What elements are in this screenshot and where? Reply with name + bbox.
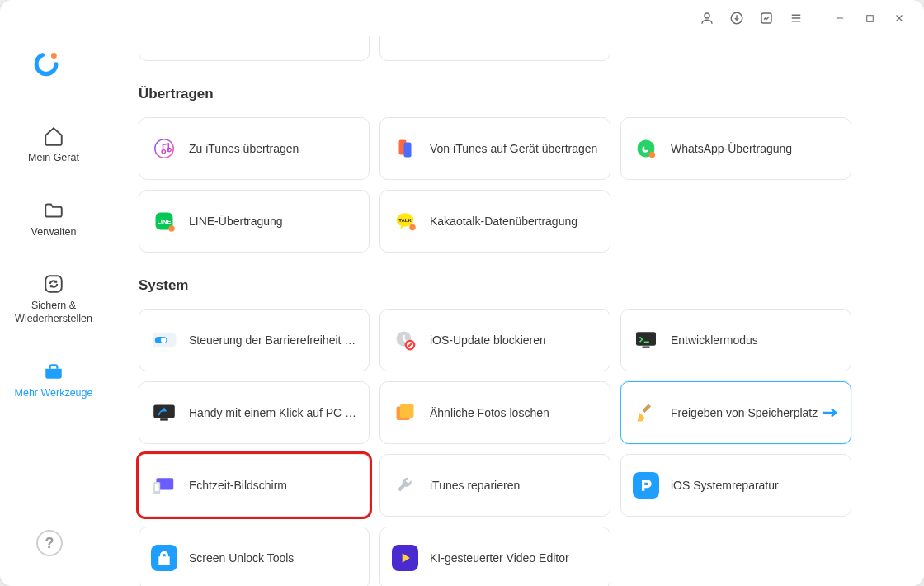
card-accessibility[interactable]: Steuerung der Barrierefreiheit von (139, 309, 370, 371)
partial-card[interactable] (139, 36, 370, 61)
user-icon[interactable] (694, 5, 720, 31)
card-label: Handy mit einem Klick auf PC spie (189, 406, 357, 419)
sidebar-item-label: Verwalten (31, 226, 77, 239)
card-cast[interactable]: Handy mit einem Klick auf PC spie (139, 381, 370, 444)
card-from-itunes[interactable]: Von iTunes auf Gerät übertragen (380, 117, 610, 180)
wrench-icon (392, 472, 418, 499)
video-icon (392, 545, 418, 571)
sidebar-item-device[interactable]: Mein Gerät (8, 117, 99, 173)
svg-point-17 (409, 224, 416, 231)
arrow-right-icon (821, 407, 839, 418)
sidebar-item-label: Mein Gerät (28, 152, 79, 165)
help-button[interactable]: ? (36, 530, 63, 556)
sidebar-item-label: Mehr Werkzeuge (15, 387, 93, 400)
card-label: iTunes reparieren (430, 479, 520, 492)
line-icon: LINE (151, 208, 177, 234)
help-label: ? (45, 535, 54, 552)
svg-point-0 (705, 13, 710, 18)
svg-rect-23 (636, 332, 656, 346)
close-button[interactable] (886, 5, 912, 31)
app-logo (26, 43, 66, 83)
folder-icon (43, 200, 64, 221)
card-label: iOS Systemreparatur (671, 479, 779, 492)
refresh-icon (43, 273, 64, 295)
toggle-icon (151, 327, 177, 353)
svg-point-14 (168, 225, 175, 232)
card-label: Echtzeit-Bildschirm (189, 479, 287, 492)
card-label: Screen Unlock Tools (189, 551, 294, 565)
card-system-repair[interactable]: iOS Systemreparatur (620, 454, 851, 517)
svg-rect-9 (404, 143, 412, 158)
card-ai-video[interactable]: KI-gesteuerter Video Editor (380, 527, 610, 586)
partial-row-top (139, 36, 891, 61)
minimize-button[interactable] (827, 5, 853, 31)
section-title-system: System (139, 277, 891, 294)
card-free-space[interactable]: Freigeben von Speicherplatz (620, 381, 851, 444)
svg-rect-26 (160, 418, 168, 420)
card-line[interactable]: LINE LINE-Übertragung (139, 190, 370, 253)
svg-rect-6 (45, 276, 62, 293)
partial-card[interactable] (380, 36, 610, 61)
repair-icon (633, 472, 659, 499)
svg-point-20 (161, 338, 166, 343)
download-icon[interactable] (724, 5, 750, 31)
svg-point-5 (51, 53, 57, 59)
music-icon (151, 135, 177, 162)
content-area: Übertragen Zu iTunes übertragen Von iTun… (99, 36, 924, 586)
card-label: Von iTunes auf Gerät übertragen (430, 142, 597, 155)
toolbox-icon (43, 361, 64, 382)
card-realtime-screen[interactable]: Echtzeit-Bildschirm (139, 454, 370, 517)
terminal-icon (633, 327, 659, 353)
sidebar: Mein Gerät Verwalten Sichern & Wiederher… (0, 36, 99, 586)
block-icon (392, 327, 418, 353)
card-to-itunes[interactable]: Zu iTunes übertragen (139, 117, 370, 180)
svg-text:TALK: TALK (398, 218, 412, 223)
card-label: Freigeben von Speicherplatz (671, 406, 818, 419)
sidebar-item-backup[interactable]: Sichern & Wiederherstellen (8, 265, 99, 333)
card-label: Kakaotalk-Datenübertragung (430, 215, 578, 228)
card-label: Entwicklermodus (671, 333, 758, 347)
svg-rect-24 (643, 347, 650, 348)
cast-icon (151, 399, 177, 426)
card-label: WhatsApp-Übertragung (671, 142, 792, 155)
sidebar-item-label: Sichern & Wiederherstellen (13, 300, 94, 325)
broom-icon (633, 399, 659, 426)
card-kakao[interactable]: TALK Kakaotalk-Datenübertragung (380, 190, 610, 253)
card-screen-unlock[interactable]: Screen Unlock Tools (139, 527, 370, 586)
menu-icon[interactable] (783, 5, 809, 31)
card-devmode[interactable]: Entwicklermodus (620, 309, 851, 371)
svg-rect-2 (761, 13, 771, 23)
svg-text:LINE: LINE (157, 218, 171, 225)
screen-icon (151, 472, 177, 499)
svg-rect-28 (400, 404, 414, 418)
card-label: KI-gesteuerter Video Editor (430, 551, 569, 565)
svg-point-11 (649, 152, 656, 158)
maximize-button[interactable] (856, 5, 883, 31)
card-label: Ähnliche Fotos löschen (430, 406, 549, 419)
kakao-icon: TALK (392, 208, 418, 234)
svg-rect-31 (155, 484, 159, 492)
card-label: iOS-Update blockieren (430, 333, 546, 347)
card-similar-photos[interactable]: Ähnliche Fotos löschen (380, 381, 610, 444)
card-label: Zu iTunes übertragen (189, 142, 299, 155)
card-label: LINE-Übertragung (189, 215, 283, 228)
unlock-icon (151, 545, 177, 571)
window-body: Mein Gerät Verwalten Sichern & Wiederher… (0, 36, 924, 586)
sidebar-item-manage[interactable]: Verwalten (8, 191, 99, 248)
card-whatsapp[interactable]: WhatsApp-Übertragung (620, 117, 851, 180)
app-window: Mein Gerät Verwalten Sichern & Wiederher… (0, 0, 924, 586)
card-repair-itunes[interactable]: iTunes reparieren (380, 454, 610, 517)
svg-rect-3 (866, 15, 873, 21)
section-title-transfer: Übertragen (139, 86, 891, 102)
whatsapp-icon (633, 135, 659, 162)
transfer-grid: Zu iTunes übertragen Von iTunes auf Gerä… (139, 117, 891, 253)
feedback-icon[interactable] (753, 5, 780, 31)
home-icon (43, 125, 64, 147)
title-separator (818, 11, 818, 26)
sidebar-item-tools[interactable]: Mehr Werkzeuge (8, 352, 99, 409)
card-block-update[interactable]: iOS-Update blockieren (380, 309, 610, 371)
title-bar (0, 0, 924, 36)
phone-icon (392, 135, 418, 162)
system-grid: Steuerung der Barrierefreiheit von iOS-U… (139, 309, 891, 586)
card-label: Steuerung der Barrierefreiheit von (189, 333, 357, 347)
